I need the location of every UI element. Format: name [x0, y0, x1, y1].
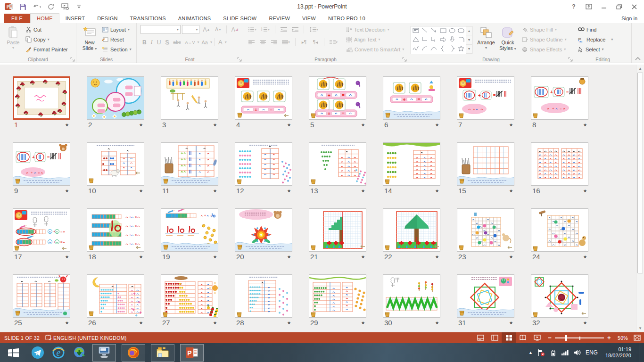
slide-6-preview[interactable]: +=	[383, 76, 440, 120]
slide-29-preview[interactable]	[309, 274, 366, 318]
animation-indicator-icon[interactable]: ★	[139, 123, 143, 127]
scroll-down-button[interactable]: ▼	[636, 324, 644, 332]
slide-14-preview[interactable]	[383, 142, 440, 186]
animation-indicator-icon[interactable]: ★	[213, 189, 217, 193]
slide-thumbnail-21[interactable]: 21★	[309, 208, 366, 261]
shape-option-13[interactable]	[421, 45, 428, 53]
shape-option-1[interactable]	[421, 27, 428, 35]
slide-thumbnail-14[interactable]: 14★	[383, 142, 440, 195]
slide-thumbnail-26[interactable]: 26★	[87, 274, 144, 327]
animation-indicator-icon[interactable]: ★	[65, 321, 69, 325]
fit-slide-to-window-button[interactable]	[630, 332, 644, 343]
slide-5-preview[interactable]: +=+=	[309, 76, 366, 120]
new-slide-button[interactable]: NewSlide ▾	[79, 25, 100, 52]
tab-insert[interactable]: INSERT	[59, 14, 91, 23]
tab-design[interactable]: DESIGN	[91, 14, 124, 23]
animation-indicator-icon[interactable]: ★	[213, 321, 217, 325]
slide-3-preview[interactable]	[161, 76, 218, 120]
animation-indicator-icon[interactable]: ★	[65, 189, 69, 193]
animation-indicator-icon[interactable]: ★	[213, 255, 217, 259]
zoom-out-button[interactable]: −	[548, 334, 552, 341]
slide-19-preview[interactable]: +=	[161, 208, 218, 252]
slide-thumbnail-32[interactable]: 32★	[531, 274, 588, 327]
sign-in-link[interactable]: Sign in	[615, 14, 644, 23]
tab-animations[interactable]: ANIMATIONS	[172, 14, 217, 23]
scrollbar-thumb[interactable]	[637, 73, 643, 273]
language-indicator[interactable]: ENGLISH (UNITED KINGDOM)	[52, 332, 131, 343]
font-dialog-launcher[interactable]	[237, 57, 242, 62]
shape-option-3[interactable]	[440, 27, 446, 35]
shapes-gallery-scrollbar[interactable]: ▲▼▼	[466, 26, 472, 54]
slide-7-preview[interactable]: +=+	[457, 76, 514, 120]
layout-button[interactable]: Layout▾	[100, 25, 133, 34]
collapse-ribbon-button[interactable]	[635, 57, 641, 61]
animation-indicator-icon[interactable]: ★	[583, 189, 587, 193]
numbering-button[interactable]: 12▾	[260, 25, 271, 34]
animation-indicator-icon[interactable]: ★	[139, 189, 143, 193]
convert-to-smartart-button[interactable]: Convert to SmartArt▾	[345, 44, 405, 54]
notes-button[interactable]	[473, 332, 487, 343]
decrease-font-size-button[interactable]: A▼	[213, 25, 223, 34]
zoom-slider[interactable]	[555, 335, 604, 341]
font-size-combobox[interactable]: ▾	[182, 25, 199, 34]
slide-2-preview[interactable]	[87, 76, 144, 120]
power-battery-icon[interactable]	[550, 349, 556, 356]
font-name-combobox[interactable]: ▾	[140, 25, 181, 34]
slide-thumbnail-24[interactable]: 24★	[531, 208, 588, 261]
animation-indicator-icon[interactable]: ★	[509, 255, 513, 259]
slide-thumbnail-29[interactable]: 29★	[309, 274, 366, 327]
slide-20-preview[interactable]	[235, 208, 292, 252]
select-button[interactable]: Select▾	[577, 44, 614, 54]
shape-effects-button[interactable]: Shape Effects▾	[520, 44, 568, 54]
taskbar-idm-icon[interactable]	[69, 343, 90, 362]
zoom-slider-thumb[interactable]	[565, 335, 567, 341]
animation-indicator-icon[interactable]: ★	[509, 123, 513, 127]
animation-indicator-icon[interactable]: ★	[139, 321, 143, 325]
repeat-button[interactable]	[46, 2, 56, 11]
columns-button[interactable]: ▾	[329, 38, 339, 47]
align-center-button[interactable]	[258, 38, 267, 47]
action-center-flag-icon[interactable]	[537, 349, 545, 356]
increase-font-size-button[interactable]: A▲	[201, 25, 212, 34]
shape-option-5[interactable]	[458, 27, 464, 35]
slide-thumbnail-23[interactable]: 23★	[457, 208, 514, 261]
slide-thumbnail-6[interactable]: +=6★	[383, 76, 440, 129]
shape-option-15[interactable]	[440, 45, 446, 53]
section-button[interactable]: Section▾	[100, 44, 133, 54]
slide-10-preview[interactable]	[87, 142, 144, 186]
slide-13-preview[interactable]	[309, 142, 366, 186]
slide-thumbnail-25[interactable]: 25★	[13, 274, 70, 327]
slide-thumbnail-1[interactable]: 1★	[13, 76, 70, 129]
italic-button[interactable]: I	[149, 38, 155, 47]
close-button[interactable]	[627, 1, 641, 12]
slide-thumbnail-31[interactable]: 31★	[457, 274, 514, 327]
paste-button[interactable]: Paste ▾	[2, 25, 24, 51]
zoom-level[interactable]: 50%	[615, 335, 630, 341]
tab-file[interactable]: FILE	[4, 14, 30, 23]
slide-thumbnail-15[interactable]: 15★	[457, 142, 514, 195]
taskbar-powerpoint-button[interactable]: P	[180, 344, 204, 362]
tab-review[interactable]: REVIEW	[263, 14, 296, 23]
tab-home[interactable]: HOME	[30, 13, 59, 23]
taskbar-remote-desktop-button[interactable]	[92, 344, 116, 362]
cut-button[interactable]: Cut	[24, 25, 69, 34]
ltr-text-direction-button[interactable]: ▸¶	[300, 38, 308, 47]
slide-15-preview[interactable]	[457, 142, 514, 186]
help-button[interactable]: ?	[567, 1, 581, 12]
shape-option-16[interactable]	[449, 45, 455, 53]
animation-indicator-icon[interactable]: ★	[65, 255, 69, 259]
shape-option-6[interactable]	[413, 36, 419, 44]
animation-indicator-icon[interactable]: ★	[139, 255, 143, 259]
shape-option-10[interactable]	[449, 36, 455, 44]
spell-check-icon[interactable]	[44, 332, 52, 343]
quick-styles-button[interactable]: QuickStyles ▾	[497, 25, 519, 52]
slide-22-preview[interactable]	[383, 208, 440, 252]
slide-9-preview[interactable]: +=+=	[13, 142, 70, 186]
drawing-dialog-launcher[interactable]	[568, 57, 573, 62]
slide-thumbnail-30[interactable]: 30★	[383, 274, 440, 327]
shape-option-2[interactable]	[430, 27, 437, 35]
vertical-scrollbar[interactable]: ▲ ▼	[636, 65, 644, 332]
text-direction-button[interactable]: A Text Direction▾	[345, 25, 405, 34]
minimize-button[interactable]	[597, 1, 611, 12]
paragraph-dialog-launcher[interactable]	[402, 57, 407, 62]
